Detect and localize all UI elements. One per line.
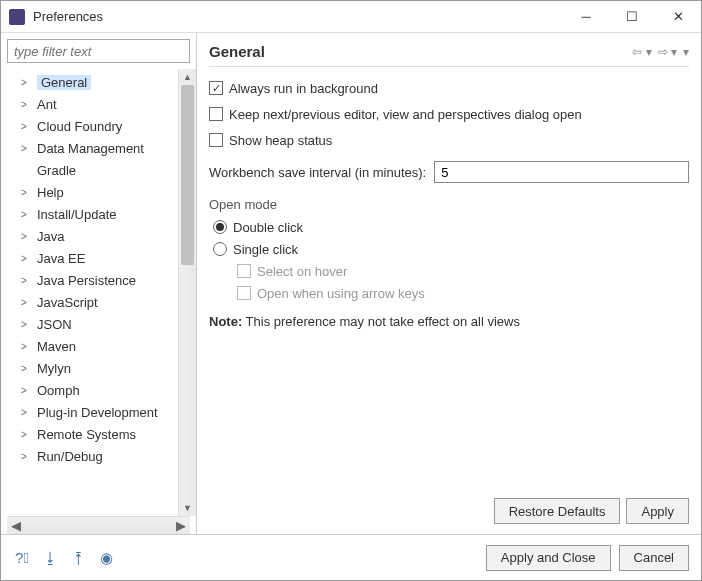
restore-defaults-button[interactable]: Restore Defaults	[494, 498, 621, 524]
checkbox-label: Open when using arrow keys	[257, 286, 425, 301]
main-panel: General ⇦ ▾ ⇨ ▾ ▾ ✓ Always run in backgr…	[197, 33, 701, 534]
tree-item-label: JSON	[37, 317, 72, 332]
save-interval-input[interactable]	[434, 161, 689, 183]
tree-item[interactable]: >Mylyn	[7, 357, 178, 379]
preferences-dialog: Preferences ─ ☐ ✕ >General>Ant>Cloud Fou…	[0, 0, 702, 581]
double-click-radio[interactable]: Double click	[209, 216, 689, 238]
tree-item-label: Java Persistence	[37, 273, 136, 288]
chevron-right-icon[interactable]: >	[21, 77, 33, 88]
chevron-right-icon[interactable]: >	[21, 121, 33, 132]
scroll-right-icon[interactable]: ▶	[176, 518, 186, 533]
radio-label: Double click	[233, 220, 303, 235]
forward-icon[interactable]: ⇨ ▾	[658, 45, 677, 59]
checkbox-label: Select on hover	[257, 264, 347, 279]
checkbox-label: Show heap status	[229, 133, 332, 148]
filter-input[interactable]	[7, 39, 190, 63]
app-icon	[9, 9, 25, 25]
checkbox-label: Keep next/previous editor, view and pers…	[229, 107, 582, 122]
chevron-right-icon[interactable]: >	[21, 99, 33, 110]
scroll-up-icon[interactable]: ▲	[179, 69, 196, 85]
minimize-button[interactable]: ─	[563, 1, 609, 32]
chevron-right-icon[interactable]: >	[21, 451, 33, 462]
tree-item[interactable]: >JavaScript	[7, 291, 178, 313]
tree-item[interactable]: >Gradle	[7, 159, 178, 181]
apply-button[interactable]: Apply	[626, 498, 689, 524]
chevron-right-icon[interactable]: >	[21, 187, 33, 198]
help-icon[interactable]: ?⃝	[13, 549, 31, 567]
tree-item-label: Run/Debug	[37, 449, 103, 464]
chevron-right-icon[interactable]: >	[21, 341, 33, 352]
tree-item-label: Java EE	[37, 251, 85, 266]
select-on-hover-checkbox: Select on hover	[209, 260, 689, 282]
chevron-right-icon[interactable]: >	[21, 209, 33, 220]
tree-item-label: Gradle	[37, 163, 76, 178]
tree-item[interactable]: >Java Persistence	[7, 269, 178, 291]
tree-item[interactable]: >Maven	[7, 335, 178, 357]
checkbox-icon	[237, 286, 251, 300]
back-icon[interactable]: ⇦ ▾	[632, 45, 651, 59]
tree-item[interactable]: >Ant	[7, 93, 178, 115]
chevron-right-icon[interactable]: >	[21, 363, 33, 374]
chevron-right-icon[interactable]: >	[21, 253, 33, 264]
radio-icon	[213, 220, 227, 234]
export-icon[interactable]: ⭱	[69, 549, 87, 567]
heap-status-checkbox[interactable]: Show heap status	[209, 129, 689, 151]
tree-item-label: Mylyn	[37, 361, 71, 376]
scroll-thumb[interactable]	[181, 85, 194, 265]
tree-item[interactable]: >Java	[7, 225, 178, 247]
chevron-right-icon[interactable]: >	[21, 143, 33, 154]
category-tree[interactable]: >General>Ant>Cloud Foundry>Data Manageme…	[7, 69, 178, 516]
tree-item-label: Cloud Foundry	[37, 119, 122, 134]
checkbox-icon: ✓	[209, 81, 223, 95]
checkbox-label: Always run in background	[229, 81, 378, 96]
tree-item[interactable]: >Plug-in Development	[7, 401, 178, 423]
sidebar: >General>Ant>Cloud Foundry>Data Manageme…	[1, 33, 197, 534]
tree-item-label: Ant	[37, 97, 57, 112]
tree-item-label: Maven	[37, 339, 76, 354]
import-icon[interactable]: ⭳	[41, 549, 59, 567]
keep-dialog-checkbox[interactable]: Keep next/previous editor, view and pers…	[209, 103, 689, 125]
chevron-right-icon[interactable]: >	[21, 407, 33, 418]
single-click-radio[interactable]: Single click	[209, 238, 689, 260]
record-icon[interactable]: ◉	[97, 549, 115, 567]
menu-icon[interactable]: ▾	[683, 45, 689, 59]
maximize-button[interactable]: ☐	[609, 1, 655, 32]
tree-item-label: Install/Update	[37, 207, 117, 222]
arrow-keys-checkbox: Open when using arrow keys	[209, 282, 689, 304]
chevron-right-icon[interactable]: >	[21, 297, 33, 308]
open-mode-group: Open mode Double click Single click Sele…	[209, 197, 689, 304]
page-title: General	[209, 43, 632, 60]
tree-item[interactable]: >Help	[7, 181, 178, 203]
cancel-button[interactable]: Cancel	[619, 545, 689, 571]
chevron-right-icon[interactable]: >	[21, 319, 33, 330]
tree-item-label: Data Management	[37, 141, 144, 156]
tree-item[interactable]: >General	[7, 71, 178, 93]
scroll-down-icon[interactable]: ▼	[179, 500, 196, 516]
tree-item[interactable]: >Data Management	[7, 137, 178, 159]
window-title: Preferences	[33, 9, 563, 24]
tree-item-label: General	[37, 75, 91, 90]
chevron-right-icon[interactable]: >	[21, 275, 33, 286]
tree-item[interactable]: >Oomph	[7, 379, 178, 401]
tree-item[interactable]: >Java EE	[7, 247, 178, 269]
chevron-right-icon[interactable]: >	[21, 231, 33, 242]
group-title: Open mode	[209, 197, 689, 212]
tree-item[interactable]: >Install/Update	[7, 203, 178, 225]
tree-vscrollbar[interactable]: ▲ ▼	[178, 69, 196, 516]
checkbox-icon	[209, 133, 223, 147]
close-button[interactable]: ✕	[655, 1, 701, 32]
checkbox-icon	[209, 107, 223, 121]
tree-item[interactable]: >Remote Systems	[7, 423, 178, 445]
tree-item-label: Remote Systems	[37, 427, 136, 442]
tree-item[interactable]: >JSON	[7, 313, 178, 335]
chevron-right-icon[interactable]: >	[21, 429, 33, 440]
apply-and-close-button[interactable]: Apply and Close	[486, 545, 611, 571]
always-run-bg-checkbox[interactable]: ✓ Always run in background	[209, 77, 689, 99]
chevron-right-icon[interactable]: >	[21, 385, 33, 396]
tree-item[interactable]: >Cloud Foundry	[7, 115, 178, 137]
save-interval-label: Workbench save interval (in minutes):	[209, 165, 426, 180]
tree-item[interactable]: >Run/Debug	[7, 445, 178, 467]
tree-hscrollbar[interactable]: ◀ ▶	[7, 516, 190, 534]
radio-label: Single click	[233, 242, 298, 257]
scroll-left-icon[interactable]: ◀	[11, 518, 21, 533]
